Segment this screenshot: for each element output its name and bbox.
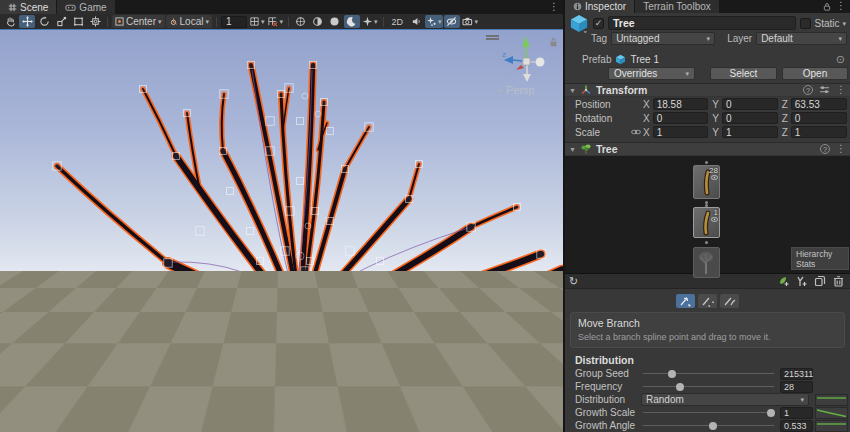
- spline-point-handle[interactable]: [312, 328, 319, 335]
- spline-point-handle[interactable]: [282, 278, 289, 285]
- spline-point-handle[interactable]: [467, 223, 476, 232]
- spline-point-handle[interactable]: [417, 288, 424, 295]
- static-checkbox[interactable]: [800, 18, 811, 29]
- spline-point-handle[interactable]: [266, 117, 275, 126]
- spline-point-handle[interactable]: [281, 247, 290, 256]
- branch-node-1[interactable]: 28: [693, 165, 720, 199]
- snap-increment-button[interactable]: ▾: [266, 15, 284, 28]
- spline-point-handle[interactable]: [327, 218, 334, 225]
- tree-node-hierarchy[interactable]: 28 1 Hierarchy Stats: [565, 156, 850, 273]
- duplicate-node-button[interactable]: [812, 274, 828, 288]
- scale-tool-button[interactable]: [53, 15, 69, 28]
- spline-point-handle[interactable]: [257, 258, 264, 265]
- tab-terrain-toolbox[interactable]: Terrain Toolbox: [635, 0, 720, 13]
- spline-point-handle[interactable]: [285, 343, 292, 350]
- help-icon[interactable]: ?: [803, 85, 813, 95]
- spline-point-handle[interactable]: [377, 258, 384, 265]
- spline-point-handle[interactable]: [247, 278, 254, 285]
- growth-scale-slider[interactable]: [641, 407, 776, 419]
- spline-point-handle[interactable]: [220, 148, 227, 155]
- frequency-slider[interactable]: [641, 381, 776, 393]
- grid-snap-button[interactable]: ▾: [248, 15, 266, 28]
- tab-scene[interactable]: Scene: [0, 0, 57, 14]
- layer-dropdown[interactable]: Default ▾: [756, 32, 847, 45]
- spline-point-handle[interactable]: [294, 352, 303, 361]
- spline-point-handle[interactable]: [292, 278, 299, 285]
- refresh-icon[interactable]: ↻: [569, 275, 578, 288]
- frequency-value[interactable]: 28: [780, 381, 813, 393]
- add-leaf-group-button[interactable]: [776, 274, 792, 288]
- spline-point-handle[interactable]: [346, 247, 355, 256]
- scene-lighting-toggle[interactable]: [344, 15, 360, 28]
- component-menu-icon[interactable]: ⋮: [836, 144, 846, 154]
- shading-wireframe-button[interactable]: [293, 15, 309, 28]
- shading-shaded-wire-button[interactable]: [310, 15, 326, 28]
- spline-point-handle[interactable]: [312, 208, 319, 215]
- pivot-mode-dropdown[interactable]: Center ▾: [112, 15, 165, 28]
- growth-angle-curve[interactable]: [815, 420, 848, 432]
- spline-rotate-handle[interactable]: [315, 111, 321, 117]
- growth-scale-value[interactable]: 1: [780, 407, 813, 419]
- scale-x-field[interactable]: 1: [653, 126, 709, 138]
- rotate-branch-tool[interactable]: [698, 294, 717, 308]
- group-seed-value[interactable]: 215311: [780, 368, 813, 380]
- spline-point-handle[interactable]: [164, 259, 173, 268]
- spline-point-handle[interactable]: [301, 292, 310, 301]
- gameobject-name-field[interactable]: Tree: [608, 16, 796, 30]
- scene-viewport[interactable]: y z ◄ Persp: [0, 29, 563, 432]
- spline-point-handle[interactable]: [53, 162, 62, 171]
- pan-tool-button[interactable]: [2, 15, 18, 28]
- foldout-icon[interactable]: ▼: [569, 87, 576, 94]
- scene-audio-toggle[interactable]: [408, 15, 424, 28]
- rect-tool-button[interactable]: [70, 15, 86, 28]
- freehand-branch-tool[interactable]: [720, 294, 739, 308]
- active-checkbox[interactable]: ✓: [593, 18, 604, 29]
- position-x-field[interactable]: 18.58: [653, 98, 709, 110]
- spline-rotate-handle[interactable]: [302, 93, 308, 99]
- spline-point-handle[interactable]: [227, 188, 234, 195]
- spline-point-handle[interactable]: [342, 166, 349, 173]
- handle-space-dropdown[interactable]: Local ▾: [166, 15, 212, 28]
- overrides-dropdown[interactable]: Overrides ▾: [608, 67, 695, 80]
- tab-game[interactable]: Game: [57, 0, 115, 14]
- spline-point-handle[interactable]: [321, 99, 328, 106]
- spline-point-handle[interactable]: [308, 342, 317, 351]
- spline-point-handle[interactable]: [173, 153, 180, 160]
- spline-point-handle[interactable]: [184, 110, 191, 117]
- spline-point-handle[interactable]: [267, 308, 274, 315]
- grid-size-field[interactable]: 1: [221, 16, 247, 28]
- rotation-x-field[interactable]: 0: [653, 112, 709, 124]
- growth-scale-curve[interactable]: [815, 407, 848, 419]
- transform-tool-button[interactable]: [87, 15, 103, 28]
- spline-point-handle[interactable]: [337, 308, 344, 315]
- position-z-field[interactable]: 63.53: [791, 98, 847, 110]
- spline-point-handle[interactable]: [278, 91, 285, 98]
- perspective-toggle[interactable]: ◄ Persp: [496, 84, 535, 96]
- inspector-menu-icon[interactable]: ⋮: [836, 1, 846, 11]
- 2d-view-toggle[interactable]: 2D: [388, 15, 408, 28]
- scale-z-field[interactable]: 1: [791, 126, 847, 138]
- move-tool-button[interactable]: [19, 15, 35, 28]
- spline-point-handle[interactable]: [356, 297, 365, 306]
- prefab-name[interactable]: Tree 1: [630, 54, 659, 65]
- eye-icon[interactable]: [711, 217, 718, 222]
- spline-rotate-handle[interactable]: [301, 347, 309, 355]
- eye-icon[interactable]: [711, 175, 718, 180]
- rotation-y-field[interactable]: 0: [722, 112, 778, 124]
- spline-point-handle[interactable]: [537, 250, 546, 259]
- spline-point-handle[interactable]: [140, 86, 147, 93]
- transform-header[interactable]: ▼ Transform ? ⋮: [565, 83, 850, 97]
- spline-point-handle[interactable]: [266, 147, 275, 156]
- scale-y-field[interactable]: 1: [722, 126, 778, 138]
- tree-root-node[interactable]: [693, 247, 720, 278]
- presets-icon[interactable]: [819, 85, 830, 95]
- move-branch-tool[interactable]: [676, 294, 695, 308]
- gameobject-cube-icon[interactable]: [569, 14, 589, 33]
- select-button[interactable]: Select: [710, 67, 777, 80]
- help-icon[interactable]: ?: [820, 144, 830, 154]
- scene-effects-dropdown[interactable]: ▾: [425, 15, 443, 28]
- spline-point-handle[interactable]: [248, 62, 255, 69]
- lighting-flare-dropdown[interactable]: ▾: [361, 15, 379, 28]
- spline-point-handle[interactable]: [220, 90, 229, 99]
- tab-inspector[interactable]: Inspector: [565, 0, 635, 13]
